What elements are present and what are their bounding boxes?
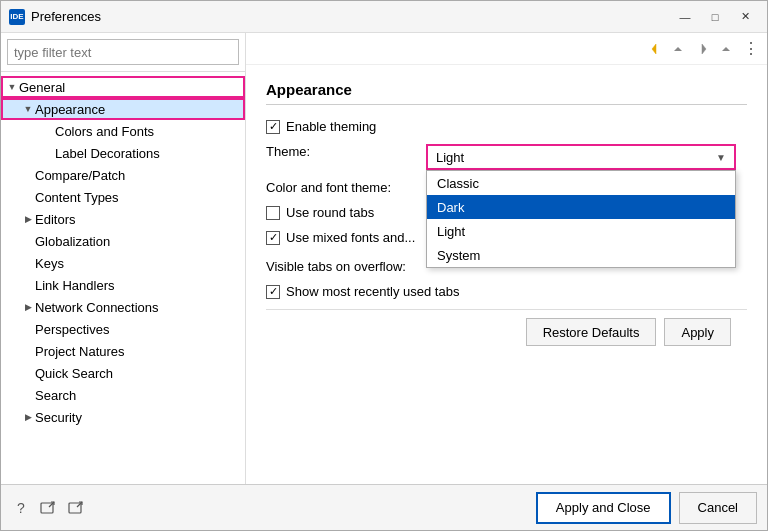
tree-arrow-link-handlers [21,278,35,292]
restore-defaults-button[interactable]: Restore Defaults [526,318,657,346]
preferences-window: IDE Preferences — □ ✕ ▼General▼Appearanc… [0,0,768,531]
search-box [1,33,245,72]
theme-dropdown-popup: ClassicDarkLightSystem [426,170,736,268]
tree-arrow-content-types [21,190,35,204]
section-title: Appearance [266,81,747,105]
minimize-button[interactable]: — [671,7,699,27]
tree-item-link-handlers[interactable]: Link Handlers [1,274,245,296]
enable-theming-checkbox[interactable] [266,120,280,134]
theme-current-value: Light [436,150,464,165]
recently-used-label[interactable]: Show most recently used tabs [266,284,459,299]
tree-item-project-natures[interactable]: Project Natures [1,340,245,362]
round-tabs-text: Use round tabs [286,205,374,220]
main-area: ▼General▼AppearanceColors and FontsLabel… [1,33,767,484]
tree-label-label-decorations: Label Decorations [55,146,160,161]
tree-label-appearance: Appearance [35,102,105,117]
tree-item-perspectives[interactable]: Perspectives [1,318,245,340]
tree-label-perspectives: Perspectives [35,322,109,337]
dropdown-option-system[interactable]: System [427,243,735,267]
tree-area: ▼General▼AppearanceColors and FontsLabel… [1,72,245,484]
dropdown-option-light[interactable]: Light [427,219,735,243]
bottom-bar: ? Apply and Close Cancel [1,484,767,530]
tree-item-colors-fonts[interactable]: Colors and Fonts [1,120,245,142]
tree-item-editors[interactable]: ▶Editors [1,208,245,230]
right-content: Appearance Enable theming Theme: Light ▼ [246,65,767,484]
tree-item-content-types[interactable]: Content Types [1,186,245,208]
tree-item-globalization[interactable]: Globalization [1,230,245,252]
menu-button[interactable]: ⋮ [741,39,761,59]
help-icon[interactable]: ? [11,498,31,518]
dropdown-option-dark[interactable]: Dark [427,195,735,219]
tree-label-search: Search [35,388,76,403]
enable-theming-label[interactable]: Enable theming [266,119,376,134]
ide-logo: IDE [9,9,25,25]
app-icon: IDE [9,9,25,25]
cancel-button[interactable]: Cancel [679,492,757,524]
tree-item-label-decorations[interactable]: Label Decorations [1,142,245,164]
enable-theming-row: Enable theming [266,119,747,134]
right-panel-buttons: Restore Defaults Apply [266,309,747,354]
forward-button[interactable] [693,39,713,59]
tree-label-quick-search: Quick Search [35,366,113,381]
maximize-button[interactable]: □ [701,7,729,27]
round-tabs-checkbox[interactable] [266,206,280,220]
theme-label: Theme: [266,144,426,159]
svg-marker-1 [674,47,682,51]
tree-item-search[interactable]: Search [1,384,245,406]
tree-arrow-label-decorations [41,146,55,160]
right-toolbar: ⋮ [246,33,767,65]
close-button[interactable]: ✕ [731,7,759,27]
window-controls: — □ ✕ [671,7,759,27]
mixed-fonts-label[interactable]: Use mixed fonts and... [266,230,415,245]
recently-used-text: Show most recently used tabs [286,284,459,299]
left-panel: ▼General▼AppearanceColors and FontsLabel… [1,33,246,484]
dropdown-back-button[interactable] [669,39,689,59]
tree-label-colors-fonts: Colors and Fonts [55,124,154,139]
apply-close-button[interactable]: Apply and Close [536,492,671,524]
dropdown-arrow-icon: ▼ [716,152,726,163]
tree-label-security: Security [35,410,82,425]
bottom-left-icons: ? [11,498,87,518]
tree-item-general[interactable]: ▼General [1,76,245,98]
dropdown-option-classic[interactable]: Classic [427,171,735,195]
back-button[interactable] [645,39,665,59]
right-panel: ⋮ Appearance Enable theming Theme: [246,33,767,484]
window-title: Preferences [31,9,671,24]
import-icon[interactable] [39,498,59,518]
svg-marker-3 [722,47,730,51]
tree-item-quick-search[interactable]: Quick Search [1,362,245,384]
tree-label-general: General [19,80,65,95]
tree-item-appearance[interactable]: ▼Appearance [1,98,245,120]
tree-item-security[interactable]: ▶Security [1,406,245,428]
mixed-fonts-text: Use mixed fonts and... [286,230,415,245]
bottom-right-buttons: Apply and Close Cancel [536,492,757,524]
tree-arrow-project-natures [21,344,35,358]
tree-item-network-connections[interactable]: ▶Network Connections [1,296,245,318]
tree-item-keys[interactable]: Keys [1,252,245,274]
tree-arrow-perspectives [21,322,35,336]
theme-dropdown-container: Light ▼ ClassicDarkLightSystem [426,144,736,170]
theme-row: Theme: Light ▼ ClassicDarkLightSystem [266,144,747,170]
dropdown-forward-button[interactable] [717,39,737,59]
search-input[interactable] [7,39,239,65]
color-font-label: Color and font theme: [266,180,426,195]
tree-label-editors: Editors [35,212,75,227]
tree-arrow-security: ▶ [21,410,35,424]
export-icon[interactable] [67,498,87,518]
tree-label-project-natures: Project Natures [35,344,125,359]
tree-item-compare-patch[interactable]: Compare/Patch [1,164,245,186]
tree-arrow-appearance: ▼ [21,102,35,116]
tree-label-globalization: Globalization [35,234,110,249]
recently-used-checkbox[interactable] [266,285,280,299]
apply-button[interactable]: Apply [664,318,731,346]
theme-dropdown-btn[interactable]: Light ▼ [426,144,736,170]
svg-marker-2 [702,44,706,54]
tree-arrow-general: ▼ [5,80,19,94]
tree-arrow-quick-search [21,366,35,380]
mixed-fonts-checkbox[interactable] [266,231,280,245]
tree-label-network-connections: Network Connections [35,300,159,315]
enable-theming-text: Enable theming [286,119,376,134]
recently-used-row: Show most recently used tabs [266,284,747,299]
round-tabs-label[interactable]: Use round tabs [266,205,374,220]
tree-arrow-editors: ▶ [21,212,35,226]
